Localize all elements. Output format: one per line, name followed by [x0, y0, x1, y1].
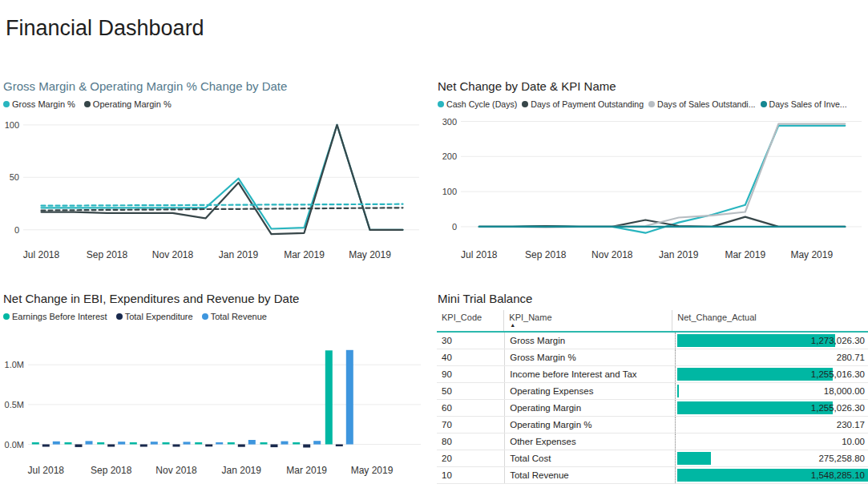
legend-label: Cash Cycle (Days): [446, 99, 517, 109]
cell-net-change-actual: 1,255,016.30: [675, 366, 868, 382]
bar-total-revenue[interactable]: [184, 442, 191, 444]
table-row[interactable]: 50Operating Expenses18,000.00: [437, 383, 868, 400]
legend-item-gross-margin[interactable]: Gross Margin %: [3, 99, 75, 109]
bar-total-revenue[interactable]: [346, 350, 353, 445]
cell-kpi-name: Other Expenses: [505, 434, 675, 450]
table-row[interactable]: 20Total Cost275,258.80: [437, 450, 868, 467]
bar-total-revenue[interactable]: [248, 440, 256, 445]
bar-earnings-before-interest[interactable]: [195, 442, 202, 445]
cell-value-label: 230.17: [837, 417, 865, 433]
legend-item-earnings-before-interest[interactable]: Earnings Before Interest: [3, 312, 107, 321]
y-axis-tick-label: 200: [442, 151, 457, 161]
panel-mini-trial-balance: Mini Trial Balance KPI_Code KPI_Name ▲ N…: [437, 288, 868, 486]
bar-total-expenditure[interactable]: [303, 445, 310, 448]
legend-dot-icon: [438, 101, 444, 107]
data-bar: [677, 385, 680, 397]
bar-earnings-before-interest[interactable]: [325, 350, 333, 444]
table-row[interactable]: 40Gross Margin %280.71: [437, 349, 868, 366]
x-axis-tick-label: Jan 2019: [659, 249, 699, 260]
y-axis-tick-label: 100: [442, 187, 457, 196]
net-change-kpi-line-chart[interactable]: 0100200300Jul 2018Sep 2018Nov 2018Jan 20…: [437, 114, 868, 266]
legend-label: Total Expenditure: [125, 312, 193, 321]
table-row[interactable]: 80Other Expenses10.00: [437, 434, 868, 450]
legend-item-operating-margin[interactable]: Operating Margin %: [84, 99, 172, 109]
bar-total-expenditure[interactable]: [75, 445, 83, 447]
bar-total-revenue[interactable]: [53, 442, 60, 445]
table-row[interactable]: 90Income before Interest and Tax1,255,01…: [437, 366, 868, 383]
bar-total-revenue[interactable]: [151, 442, 158, 444]
bar-earnings-before-interest[interactable]: [260, 442, 268, 445]
column-header-kpi-name[interactable]: KPI_Name ▲: [504, 310, 672, 331]
x-axis-tick-label: Jul 2018: [461, 249, 498, 260]
cell-kpi-code: 30: [437, 333, 505, 349]
column-header-net-change-actual[interactable]: Net_Change_Actual: [672, 310, 868, 331]
ebi-exp-rev-bar-chart[interactable]: 0.0M0.5M1.0MJul 2018Sep 2018Nov 2018Jan …: [2, 326, 429, 482]
bar-total-expenditure[interactable]: [238, 445, 245, 447]
bar-total-expenditure[interactable]: [173, 445, 180, 447]
chart-legend: Cash Cycle (Days)Days of Payment Outstan…: [438, 99, 868, 109]
legend-item-days-of-sales-outstandi[interactable]: Days of Sales Outstandi...: [648, 99, 755, 109]
column-header-kpi-code[interactable]: KPI_Code: [437, 310, 504, 331]
bar-total-revenue[interactable]: [118, 442, 125, 444]
cell-net-change-actual: 18,000.00: [675, 383, 868, 399]
legend-item-total-expenditure[interactable]: Total Expenditure: [116, 312, 193, 321]
x-axis-tick-label: Nov 2018: [152, 249, 194, 260]
table-row[interactable]: 10Total Revenue1,548,285.10: [437, 467, 868, 484]
legend-item-days-sales-of-inve[interactable]: Days Sales of Inve...: [761, 99, 847, 109]
line-series-gross-margin-trend: [42, 204, 403, 206]
x-axis-tick-label: May 2019: [790, 249, 833, 260]
data-bar: [677, 368, 834, 381]
margin-change-line-chart[interactable]: 050100Jul 2018Sep 2018Nov 2018Jan 2019Ma…: [2, 114, 429, 266]
bar-total-expenditure[interactable]: [336, 445, 343, 447]
legend-label: Gross Margin %: [12, 99, 75, 109]
bar-earnings-before-interest[interactable]: [163, 442, 170, 445]
bar-total-revenue[interactable]: [281, 442, 289, 445]
bar-total-expenditure[interactable]: [140, 445, 147, 447]
bar-total-expenditure[interactable]: [271, 445, 278, 448]
x-axis-tick-label: Nov 2018: [591, 249, 633, 260]
table-row[interactable]: 70Operating Margin %230.17: [437, 417, 868, 434]
table-row[interactable]: 60Operating Margin1,255,026.30: [437, 400, 868, 417]
legend-label: Days of Sales Outstandi...: [657, 99, 755, 109]
bar-earnings-before-interest[interactable]: [65, 442, 72, 445]
bar-earnings-before-interest[interactable]: [228, 442, 235, 445]
bar-earnings-before-interest[interactable]: [97, 442, 104, 445]
bar-earnings-before-interest[interactable]: [130, 442, 137, 445]
cell-net-change-actual: 1,273,026.30: [675, 333, 868, 349]
cell-kpi-name: Operating Expenses: [505, 383, 675, 399]
cell-net-change-actual: 10.00: [675, 434, 868, 450]
legend-item-cash-cycle-days[interactable]: Cash Cycle (Days): [438, 99, 517, 109]
bar-total-expenditure[interactable]: [205, 445, 212, 447]
cell-kpi-name: Gross Margin %: [505, 349, 675, 365]
bar-total-revenue[interactable]: [86, 441, 93, 444]
bar-total-revenue[interactable]: [313, 441, 321, 444]
bar-total-expenditure[interactable]: [42, 445, 50, 447]
bar-total-expenditure[interactable]: [107, 445, 115, 447]
x-axis-tick-label: Sep 2018: [91, 465, 132, 476]
legend-item-total-revenue[interactable]: Total Revenue: [202, 312, 267, 321]
bar-earnings-before-interest[interactable]: [32, 442, 39, 445]
x-axis-tick-label: Jul 2018: [28, 465, 65, 476]
bar-total-revenue[interactable]: [216, 442, 223, 445]
cell-kpi-name: Gross Margin: [505, 333, 675, 349]
cell-value-label: 1,548,285.10: [811, 467, 865, 483]
x-axis-tick-label: May 2019: [349, 249, 391, 260]
data-bar: [677, 401, 834, 414]
y-axis-tick-label: 0.5M: [5, 400, 24, 409]
legend-item-days-of-payment-outstanding[interactable]: Days of Payment Outstanding: [522, 99, 644, 109]
legend-dot-icon: [116, 313, 123, 320]
legend-label: Operating Margin %: [93, 99, 172, 109]
chart-title-net-change-kpi: Net Change by Date & KPI Name: [438, 79, 868, 93]
legend-label: Total Revenue: [211, 312, 267, 321]
mini-trial-balance-table: KPI_Code KPI_Name ▲ Net_Change_Actual 30…: [437, 310, 868, 484]
x-axis-tick-label: Sep 2018: [525, 249, 567, 260]
table-row[interactable]: 30Gross Margin1,273,026.30: [437, 333, 868, 349]
y-axis-tick-label: 1.0M: [5, 360, 24, 369]
cell-value-label: 1,273,026.30: [811, 333, 865, 349]
cell-kpi-name: Operating Margin %: [505, 417, 675, 433]
cell-kpi-code: 10: [437, 467, 505, 483]
table-body: 30Gross Margin1,273,026.3040Gross Margin…: [437, 333, 868, 484]
cell-kpi-code: 20: [437, 450, 505, 466]
line-series-days-of-sales-outstandi: [479, 124, 846, 228]
bar-earnings-before-interest[interactable]: [293, 442, 300, 445]
